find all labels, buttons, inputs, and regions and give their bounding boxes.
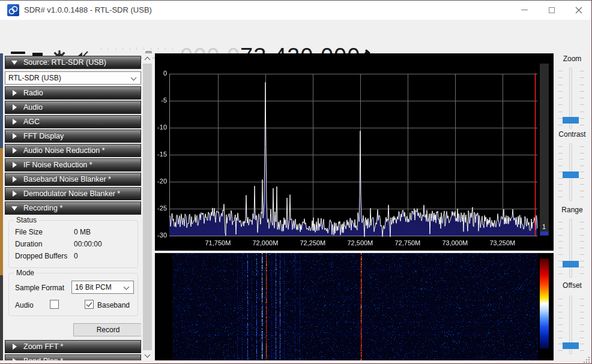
close-icon xyxy=(575,7,582,14)
app-window: SDR# v1.0.0.1488 - RTL-SDR (USB) xyxy=(0,0,592,364)
spectrum-canvas[interactable] xyxy=(155,53,554,251)
panel-header-zoom-fft[interactable]: Zoom FFT * xyxy=(5,340,141,353)
maximize-icon xyxy=(549,7,555,13)
panel-header-radio[interactable]: Radio xyxy=(5,86,141,100)
maximize-button[interactable] xyxy=(538,1,565,19)
panel-label: Recording * xyxy=(23,204,62,212)
panel-header-recording[interactable]: Recording * xyxy=(5,201,141,215)
zoom-slider-label: Zoom xyxy=(554,55,591,63)
panel-label: Zoom FFT * xyxy=(23,342,63,351)
zoom-slider-thumb[interactable] xyxy=(563,117,579,124)
panel-header-demodulator-noise-blanker[interactable]: Demodulator Noise Blanker * xyxy=(5,187,141,200)
sdrsharp-logo-icon xyxy=(7,4,19,16)
offset-slider-thumb[interactable] xyxy=(563,342,579,349)
source-dropdown-value: RTL-SDR (USB) xyxy=(8,74,61,82)
panel-label: IF Noise Reduction * xyxy=(23,161,92,169)
panel-header-source[interactable]: Source: RTL-SDR (USB) xyxy=(5,56,141,69)
chevron-down-icon xyxy=(131,75,137,81)
expand-arrow-icon xyxy=(13,191,17,197)
offset-slider-label: Offset xyxy=(554,281,591,290)
window-title: SDR# v1.0.0.1488 - RTL-SDR (USB) xyxy=(24,5,152,14)
dropped-buffers-label: Dropped Buffers xyxy=(15,252,67,260)
panel-label: Source: RTL-SDR (USB) xyxy=(23,58,106,67)
range-slider-label: Range xyxy=(554,206,591,214)
audio-checkbox[interactable] xyxy=(50,300,59,309)
volume-ticks-top xyxy=(101,47,173,50)
mode-groupbox: Mode Sample Format 16 Bit PCM Audio Base… xyxy=(8,273,138,316)
expand-arrow-icon xyxy=(13,119,17,125)
waterfall-display[interactable] xyxy=(155,253,554,360)
range-slider-thumb[interactable] xyxy=(563,261,579,267)
minimize-button[interactable] xyxy=(511,1,538,19)
panel-header-agc[interactable]: AGC xyxy=(5,115,141,128)
contrast-slider-label: Contrast xyxy=(554,130,591,139)
status-groupbox: Status File Size 0 MB Duration 00:00:00 … xyxy=(8,220,138,268)
audio-label: Audio xyxy=(15,301,34,309)
expand-arrow-icon xyxy=(13,162,17,168)
file-size-label: File Size xyxy=(15,228,43,236)
panel-label: Audio Noise Reduction * xyxy=(23,146,105,155)
resize-grip[interactable] xyxy=(584,357,590,363)
expand-arrow-icon xyxy=(13,104,17,110)
baseband-checkbox[interactable] xyxy=(85,300,94,309)
panel-header-audio-noise-reduction[interactable]: Audio Noise Reduction * xyxy=(5,144,141,157)
scroll-up-button[interactable] xyxy=(142,53,153,64)
toolbar: 000.073.420.000 xyxy=(0,20,592,53)
record-button[interactable]: Record xyxy=(73,323,141,336)
expand-arrow-icon xyxy=(13,90,17,96)
file-size-value: 0 MB xyxy=(74,228,91,236)
minimize-icon xyxy=(521,10,528,10)
chevron-up-icon xyxy=(145,56,151,62)
sidebar-scrollbar[interactable] xyxy=(142,53,153,360)
expand-arrow-icon xyxy=(13,344,17,350)
sample-format-label: Sample Format xyxy=(15,284,64,292)
checkmark-icon xyxy=(86,300,92,306)
panel-header-fft-display[interactable]: FFT Display xyxy=(5,130,141,143)
panel-label: AGC xyxy=(23,118,40,126)
panel-header-audio[interactable]: Audio xyxy=(5,101,141,114)
spectrum-display[interactable] xyxy=(155,53,554,251)
scrollbar-thumb[interactable] xyxy=(143,64,152,350)
panel-label: Baseband Noise Blanker * xyxy=(23,175,111,183)
source-dropdown[interactable]: RTL-SDR (USB) xyxy=(5,71,141,85)
close-button[interactable] xyxy=(565,1,592,19)
sidebar: Source: RTL-SDR (USB) RTL-SDR (USB) Radi… xyxy=(5,53,141,360)
duration-label: Duration xyxy=(15,240,42,248)
bottom-strip xyxy=(0,360,592,364)
panel-header-band-plan[interactable]: Band Plan * xyxy=(5,354,141,360)
waterfall-canvas[interactable] xyxy=(155,253,554,360)
sample-format-dropdown[interactable]: 16 Bit PCM xyxy=(71,281,134,294)
scroll-down-button[interactable] xyxy=(142,350,153,360)
expand-arrow-icon xyxy=(13,148,17,154)
group-title: Mode xyxy=(14,269,37,277)
left-edge-strip-dark xyxy=(0,275,3,360)
left-edge-strip-orange xyxy=(0,148,3,275)
panel-label: Audio xyxy=(23,103,43,112)
duration-value: 00:00:00 xyxy=(74,240,102,248)
dropped-buffers-value: 0 xyxy=(74,252,78,260)
group-title: Status xyxy=(14,216,39,224)
sample-format-value: 16 Bit PCM xyxy=(75,283,112,291)
baseband-label: Baseband xyxy=(97,301,130,309)
panel-header-if-noise-reduction[interactable]: IF Noise Reduction * xyxy=(5,158,141,172)
expand-arrow-icon xyxy=(13,133,17,139)
collapse-arrow-icon xyxy=(11,206,17,210)
panel-label: Radio xyxy=(23,89,43,97)
range-slider[interactable] xyxy=(569,219,572,278)
chevron-down-icon xyxy=(145,351,151,357)
panel-header-baseband-noise-blanker[interactable]: Baseband Noise Blanker * xyxy=(5,173,141,186)
left-edge-strip-blue xyxy=(0,53,3,148)
panel-label: FFT Display xyxy=(23,132,64,140)
expand-arrow-icon xyxy=(13,176,17,182)
chevron-down-icon xyxy=(124,284,130,290)
panel-label: Demodulator Noise Blanker * xyxy=(23,189,120,198)
collapse-arrow-icon xyxy=(11,61,17,65)
titlebar: SDR# v1.0.0.1488 - RTL-SDR (USB) xyxy=(0,1,592,20)
display-settings-panel: ZoomContrastRangeOffset xyxy=(554,53,591,360)
contrast-slider-thumb[interactable] xyxy=(563,172,579,178)
